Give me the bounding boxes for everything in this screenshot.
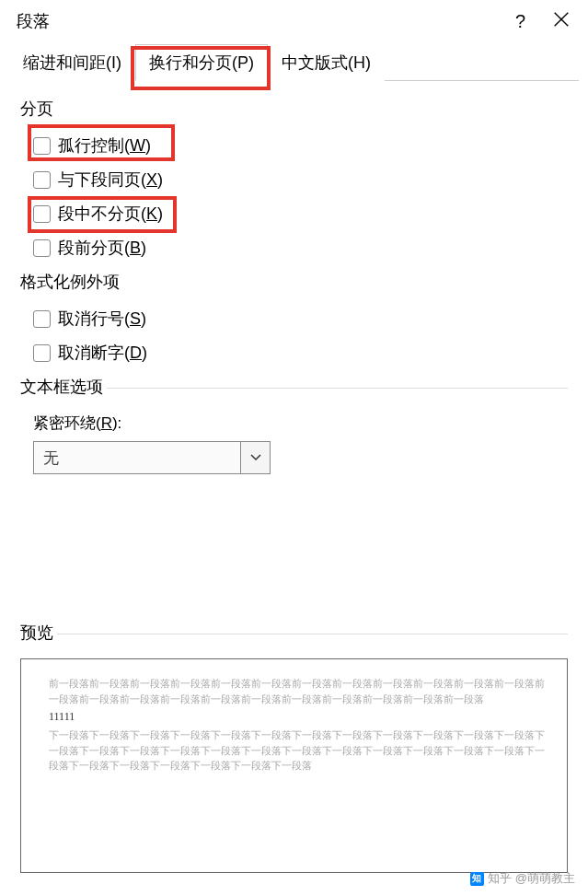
chevron-down-icon	[250, 454, 261, 461]
preview-after-text: 下一段落下一段落下一段落下一段落下一段落下一段落下一段落下一段落下一段落下一段落…	[49, 727, 550, 774]
watermark: 知 知乎 @萌萌教主	[470, 870, 575, 887]
dialog-content: 分页 孤行控制(W) 与下段同页(X) 段中不分页(K) 段前分页(B) 格式化…	[0, 81, 588, 658]
preview-box: 前一段落前一段落前一段落前一段落前一段落前一段落前一段落前一段落前一段落前一段落…	[20, 658, 568, 873]
tab-line-page-breaks[interactable]: 换行和分页(P)	[135, 44, 268, 81]
widow-control-label[interactable]: 孤行控制(W)	[58, 134, 151, 157]
formatting-exceptions-group: 取消行号(S) 取消断字(D)	[20, 308, 568, 364]
page-break-before-row: 段前分页(B)	[33, 237, 568, 259]
tight-wrap-dropdown[interactable]: 无	[33, 441, 271, 474]
preview-sample-text: 11111	[49, 708, 550, 726]
dialog-titlebar: 段落 ?	[0, 0, 588, 44]
tab-indent-spacing[interactable]: 缩进和间距(I)	[9, 44, 135, 81]
watermark-brand: 知乎	[488, 870, 512, 887]
widow-control-row: 孤行控制(W)	[33, 134, 568, 157]
tight-wrap-value: 无	[34, 442, 240, 473]
keep-with-next-label[interactable]: 与下段同页(X)	[58, 169, 163, 191]
suppress-line-numbers-checkbox[interactable]	[33, 310, 51, 328]
page-break-before-label[interactable]: 段前分页(B)	[58, 237, 146, 259]
help-button[interactable]: ?	[515, 11, 525, 32]
keep-lines-together-checkbox[interactable]	[33, 205, 51, 223]
keep-with-next-checkbox[interactable]	[33, 171, 51, 189]
section-textbox-options: 文本框选项	[20, 376, 568, 398]
close-icon	[551, 9, 571, 29]
section-formatting-exceptions: 格式化例外项	[20, 271, 568, 293]
tight-wrap-label: 紧密环绕(R):	[33, 413, 568, 434]
tab-bar: 缩进和间距(I) 换行和分页(P) 中文版式(H)	[0, 44, 588, 81]
widow-control-checkbox[interactable]	[33, 137, 51, 155]
keep-lines-together-row: 段中不分页(K)	[33, 203, 568, 225]
dropdown-button[interactable]	[240, 442, 270, 473]
section-preview: 预览	[20, 622, 568, 644]
section-pagination: 分页	[20, 98, 568, 120]
preview-before-text: 前一段落前一段落前一段落前一段落前一段落前一段落前一段落前一段落前一段落前一段落…	[49, 676, 550, 706]
watermark-user: @萌萌教主	[515, 870, 575, 887]
tab-asian-typography[interactable]: 中文版式(H)	[268, 44, 385, 81]
no-hyphenation-row: 取消断字(D)	[33, 342, 568, 364]
dialog-title: 段落	[17, 10, 515, 32]
suppress-line-numbers-row: 取消行号(S)	[33, 308, 568, 330]
pagination-group: 孤行控制(W) 与下段同页(X) 段中不分页(K) 段前分页(B)	[20, 134, 568, 259]
no-hyphenation-label[interactable]: 取消断字(D)	[58, 342, 147, 364]
textbox-options-group: 紧密环绕(R): 无	[20, 413, 568, 474]
suppress-line-numbers-label[interactable]: 取消行号(S)	[58, 308, 146, 330]
page-break-before-checkbox[interactable]	[33, 239, 51, 257]
close-button[interactable]	[551, 9, 571, 34]
zhihu-icon: 知	[470, 872, 484, 886]
keep-with-next-row: 与下段同页(X)	[33, 169, 568, 191]
no-hyphenation-checkbox[interactable]	[33, 344, 51, 362]
keep-lines-together-label[interactable]: 段中不分页(K)	[58, 203, 163, 225]
